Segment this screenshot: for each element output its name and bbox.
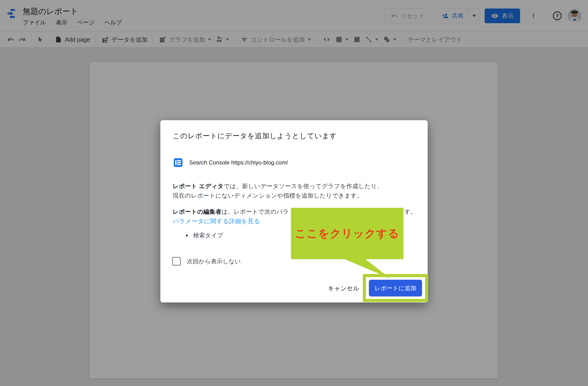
datasource-icon [173, 158, 183, 168]
datasource-name: Search Console https://chiyo-blog.com/ [189, 159, 288, 166]
annotation-callout-text: ここをクリックする [295, 226, 399, 241]
body1-line2: 現在のレポートにないディメンションや指標を追加したりできます。 [173, 192, 363, 199]
datasource-row: Search Console https://chiyo-blog.com/ [173, 158, 288, 168]
body2-cutoff-text: す。 [404, 207, 417, 216]
add-data-dialog: このレポートにデータを追加しようとしています Search Console ht… [160, 120, 428, 302]
dont-show-again-row: 次回から表示しない [172, 257, 241, 266]
annotation-callout-tail [342, 259, 392, 280]
body1-line1: では、新しいデータソースを使ってグラフを作成したり、 [224, 183, 383, 189]
dont-show-again-label: 次回から表示しない [187, 257, 241, 265]
dialog-body-paragraph-1: レポート エディタでは、新しいデータソースを使ってグラフを作成したり、 現在のレ… [173, 181, 404, 200]
bullet-icon: • [186, 232, 188, 239]
body2-bold: レポートの編集者 [173, 208, 221, 215]
dialog-title: このレポートにデータを追加しようとしています [173, 131, 337, 141]
parameter-name: 検索タイプ [193, 231, 223, 239]
parameters-details-link[interactable]: パラメータに関する詳細を見る [173, 217, 260, 225]
dont-show-again-checkbox[interactable] [172, 257, 181, 266]
add-to-report-button[interactable]: レポートに追加 [369, 280, 422, 296]
app-root: 無題のレポート ファイル 表示 ページ ヘルプ リセット [0, 0, 588, 386]
dialog-body-paragraph-2: レポートの編集者は、レポートで次のパラ [173, 207, 305, 216]
body1-bold: レポート エディタ [173, 183, 224, 189]
body2-text: は、レポートで次のパラ [221, 208, 289, 215]
annotation-callout: ここをクリックする [291, 208, 403, 259]
parameter-list-item: • 検索タイプ [186, 231, 223, 239]
cancel-button[interactable]: キャンセル [324, 281, 363, 296]
